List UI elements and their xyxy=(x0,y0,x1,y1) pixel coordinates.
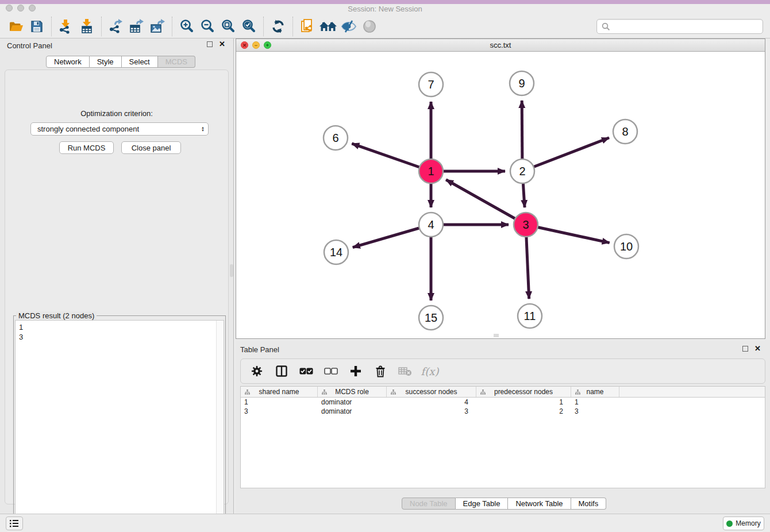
table-cell[interactable]: 1 xyxy=(241,398,318,407)
table-cell[interactable]: 3 xyxy=(387,407,476,416)
graph-edge-2-8[interactable] xyxy=(522,138,609,171)
close-table-panel-icon[interactable]: ✕ xyxy=(754,346,761,352)
column-header-predecessor-nodes[interactable]: predecessor nodes xyxy=(476,387,571,397)
clone-network-icon[interactable] xyxy=(297,16,318,37)
table-row[interactable]: 1dominator411 xyxy=(241,398,765,407)
tab-node-table[interactable]: Node Table xyxy=(402,498,456,510)
svg-text:10: 10 xyxy=(620,240,633,253)
select-all-icon[interactable] xyxy=(298,363,314,379)
export-table-icon[interactable] xyxy=(126,16,147,37)
network-canvas[interactable]: 7968124314101511 xyxy=(236,52,765,338)
toolbar-separator xyxy=(292,17,293,36)
optimization-criterion-dropdown[interactable]: strongly connected component ▲▼ xyxy=(30,122,209,136)
graph-node-11[interactable]: 11 xyxy=(518,304,542,328)
svg-text:9: 9 xyxy=(518,77,525,90)
search-field[interactable] xyxy=(596,19,763,34)
column-header-name[interactable]: name xyxy=(571,387,619,397)
unselect-all-icon[interactable] xyxy=(323,363,339,379)
zoom-in-icon[interactable] xyxy=(176,16,197,37)
search-icon xyxy=(602,22,610,31)
save-session-icon[interactable] xyxy=(26,16,47,37)
float-table-panel-icon[interactable] xyxy=(742,346,748,352)
table-cell[interactable]: 1 xyxy=(476,398,571,407)
result-scrollbar[interactable] xyxy=(216,321,224,529)
graph-edge-3-1[interactable] xyxy=(446,180,526,225)
memory-button[interactable]: Memory xyxy=(723,516,764,530)
network-window-titlebar[interactable]: ✕ − + scc.txt xyxy=(236,39,765,52)
open-session-icon[interactable] xyxy=(6,16,26,37)
tab-select[interactable]: Select xyxy=(122,56,158,68)
close-panel-icon[interactable]: ✕ xyxy=(219,41,225,47)
tab-motifs[interactable]: Motifs xyxy=(571,498,607,510)
mcds-panel-body: Optimization criterion: strongly connect… xyxy=(5,70,229,504)
toolbar-separator xyxy=(263,17,264,36)
split-columns-icon[interactable] xyxy=(274,363,290,379)
delete-icon[interactable] xyxy=(372,363,388,379)
table-cell[interactable]: 1 xyxy=(571,398,619,407)
table-cell[interactable]: 3 xyxy=(241,407,318,416)
function-builder-icon: f(x) xyxy=(422,363,438,379)
canvas-splitter-handle[interactable] xyxy=(494,334,499,337)
table-cell[interactable]: dominator xyxy=(318,407,387,416)
table-row[interactable]: 3dominator323 xyxy=(241,407,765,416)
refresh-icon[interactable] xyxy=(268,16,288,37)
tab-edge-table[interactable]: Edge Table xyxy=(456,498,509,510)
graphics-details-icon[interactable] xyxy=(338,16,359,37)
sphere-icon[interactable] xyxy=(359,16,380,37)
graph-edge-3-10[interactable] xyxy=(526,225,610,243)
home-icon[interactable] xyxy=(318,16,338,37)
graph-node-10[interactable]: 10 xyxy=(614,234,638,259)
tab-network[interactable]: Network xyxy=(46,56,90,68)
import-network-icon[interactable] xyxy=(56,16,76,37)
zoom-out-icon[interactable] xyxy=(197,16,218,37)
add-icon[interactable] xyxy=(348,363,364,379)
column-header-MCDS-role[interactable]: MCDS role xyxy=(318,387,387,397)
panel-splitter-handle[interactable] xyxy=(230,264,233,277)
export-image-icon[interactable] xyxy=(147,16,168,37)
table-panel: Table Panel ✕ xyxy=(236,340,770,514)
tab-mcds[interactable]: MCDS xyxy=(158,56,195,68)
graph-node-3[interactable]: 3 xyxy=(514,213,538,237)
table-cell[interactable]: 4 xyxy=(387,398,476,407)
run-mcds-button[interactable]: Run MCDS xyxy=(59,141,114,154)
mcds-result-box: MCDS result (2 nodes) 13 xyxy=(13,315,226,531)
export-network-icon[interactable] xyxy=(106,16,126,37)
table-header-row: shared nameMCDS rolesuccessor nodesprede… xyxy=(241,387,765,398)
graph-node-15[interactable]: 15 xyxy=(419,306,443,330)
graph-node-1[interactable]: 1 xyxy=(419,159,443,183)
graph-node-14[interactable]: 14 xyxy=(324,240,348,264)
toolbar-separator xyxy=(101,17,102,36)
import-table-icon[interactable] xyxy=(76,16,97,37)
tab-style[interactable]: Style xyxy=(90,56,122,68)
graph-node-6[interactable]: 6 xyxy=(324,126,348,150)
delete-table-icon[interactable] xyxy=(397,363,413,379)
network-graph[interactable]: 7968124314101511 xyxy=(236,52,765,338)
task-list-button[interactable] xyxy=(6,516,23,530)
svg-text:3: 3 xyxy=(522,218,529,231)
close-panel-button[interactable]: Close panel xyxy=(121,141,181,154)
table-cell[interactable]: 3 xyxy=(571,407,619,416)
float-panel-icon[interactable] xyxy=(207,41,213,47)
svg-text:11: 11 xyxy=(524,310,536,322)
gear-icon[interactable] xyxy=(249,363,265,379)
svg-text:7: 7 xyxy=(428,78,434,91)
search-input[interactable] xyxy=(610,22,758,31)
network-view-window: ✕ − + scc.txt 7968124314101511 xyxy=(236,38,765,339)
graph-node-7[interactable]: 7 xyxy=(419,72,443,97)
zoom-fit-icon[interactable] xyxy=(218,16,238,37)
column-header-shared-name[interactable]: shared name xyxy=(241,387,318,397)
mcds-result-list[interactable]: 13 xyxy=(15,320,224,530)
column-header-successor-nodes[interactable]: successor nodes xyxy=(387,387,476,397)
table-panel-title: Table Panel xyxy=(240,345,279,354)
graph-node-4[interactable]: 4 xyxy=(419,213,443,237)
zoom-selected-icon[interactable] xyxy=(238,16,259,37)
graph-node-8[interactable]: 8 xyxy=(613,119,637,144)
tab-network-table[interactable]: Network Table xyxy=(508,498,571,510)
optimization-criterion-label: Optimization criterion: xyxy=(5,109,228,118)
memory-status-icon xyxy=(726,521,733,527)
table-cell[interactable]: 2 xyxy=(476,407,571,416)
graph-node-9[interactable]: 9 xyxy=(510,71,534,95)
graph-node-2[interactable]: 2 xyxy=(510,159,534,183)
table-cell[interactable]: dominator xyxy=(318,398,387,407)
table-toolbar: f(x) xyxy=(240,358,765,384)
